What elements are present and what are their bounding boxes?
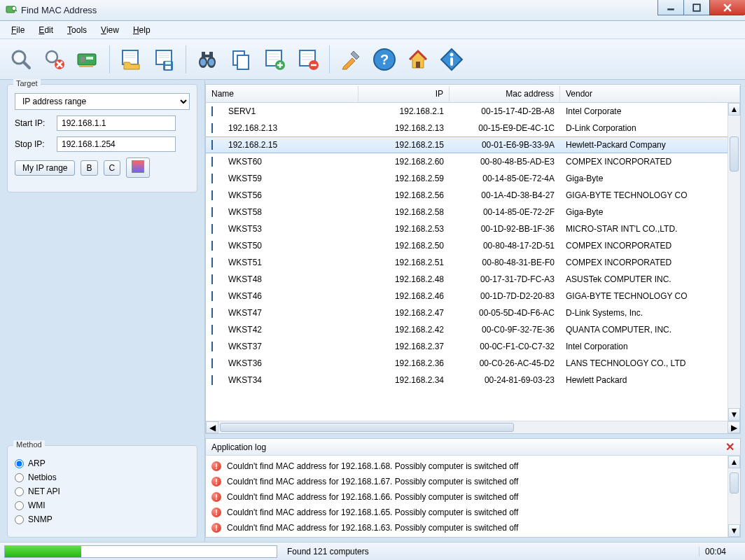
table-row[interactable]: WKST58 192.168.2.58 00-14-85-0E-72-2F Gi… [206,204,727,220]
scroll-up-icon[interactable]: ▲ [728,103,740,115]
stop-ip-input[interactable] [57,136,176,152]
computer-icon [211,308,224,318]
scroll-left-icon[interactable]: ◀ [206,421,218,433]
cell-vendor: COMPEX INCORPORATED [560,241,727,251]
cell-mac: 00-01-E6-9B-33-9A [450,140,560,150]
radio-arp[interactable] [15,459,24,468]
stop-ip-label: Stop IP: [15,139,53,149]
method-label: SNMP [28,514,53,524]
my-ip-range-button[interactable]: My IP range [15,160,75,176]
target-type-select[interactable]: IP address range [15,93,190,110]
cell-mac: 00-1D-7D-D2-20-83 [450,291,560,301]
settings-icon[interactable] [335,44,366,75]
method-option-netbios[interactable]: Netbios [15,472,190,482]
computer-icon [211,241,224,251]
cell-vendor: D-Link Corporation [560,123,727,133]
svg-line-2 [15,10,17,11]
help-icon[interactable]: ? [369,44,400,75]
radio-wmi[interactable] [15,501,24,510]
table-row[interactable]: WKST36 192.168.2.36 00-C0-26-AC-45-D2 LA… [206,355,727,372]
col-mac[interactable]: Mac address [450,86,560,102]
table-row[interactable]: WKST53 192.168.2.53 00-1D-92-BB-1F-36 MI… [206,220,727,237]
col-name[interactable]: Name [206,86,358,102]
scroll-right-icon[interactable]: ▶ [727,421,740,433]
menu-view[interactable]: View [95,23,125,37]
radio-netbios[interactable] [15,473,24,482]
menu-edit[interactable]: Edit [33,23,59,37]
menu-help[interactable]: Help [127,23,156,37]
home-icon[interactable] [403,44,433,75]
method-option-arp[interactable]: ARP [15,458,190,468]
network-card-icon[interactable] [73,44,104,75]
search-icon[interactable] [6,44,36,75]
table-body[interactable]: SERV1 192.168.2.1 00-15-17-4D-2B-A8 Inte… [206,103,727,421]
table-row[interactable]: WKST60 192.168.2.60 00-80-48-B5-AD-E3 CO… [206,153,727,170]
svg-line-8 [24,62,29,68]
start-ip-input[interactable] [57,115,176,131]
add-record-icon[interactable] [259,44,290,75]
table-row[interactable]: WKST50 192.168.2.50 00-80-48-17-2D-51 CO… [206,237,727,254]
table-row[interactable]: WKST37 192.168.2.37 00-0C-F1-C0-C7-32 In… [206,338,727,355]
close-button[interactable] [709,0,745,15]
table-row[interactable]: WKST48 192.168.2.48 00-17-31-7D-FC-A3 AS… [206,271,727,288]
cell-name: WKST34 [228,375,262,385]
info-icon[interactable] [436,44,467,75]
table-row[interactable]: WKST46 192.168.2.46 00-1D-7D-D2-20-83 GI… [206,288,727,304]
toolbar: ? [0,39,745,80]
computer-icon [211,140,224,150]
table-row[interactable]: WKST42 192.168.2.42 00-C0-9F-32-7E-36 QU… [206,321,727,338]
vertical-scrollbar[interactable]: ▲ ▼ [727,103,740,421]
cell-name: WKST58 [228,207,262,217]
table-row[interactable]: WKST47 192.168.2.47 00-05-5D-4D-F6-AC D-… [206,304,727,321]
method-option-snmp[interactable]: SNMP [15,514,190,524]
table-row[interactable]: 192.168.2.13 192.168.2.13 00-15-E9-DE-4C… [206,120,727,136]
table-row[interactable]: WKST34 192.168.2.34 00-24-81-69-03-23 He… [206,372,727,388]
log-scrollbar[interactable]: ▲ ▼ [727,456,740,537]
remove-record-icon[interactable] [293,44,323,75]
col-ip[interactable]: IP [358,86,450,102]
class-c-button[interactable]: C [104,160,121,176]
horizontal-scrollbar[interactable]: ◀ ▶ [206,421,740,433]
open-report-icon[interactable] [116,44,146,75]
copy-icon[interactable] [225,44,256,75]
left-panel: Target IP address range Start IP: Stop I… [0,80,204,542]
col-vendor[interactable]: Vendor [560,86,740,102]
content: Target IP address range Start IP: Stop I… [0,80,745,542]
cell-vendor: Intel Corporate [560,106,727,116]
cell-vendor: Hewlett-Packard Company [560,140,727,150]
log-scroll-up-icon[interactable]: ▲ [728,456,740,468]
method-option-net-api[interactable]: NET API [15,486,190,496]
save-report-icon[interactable] [149,44,180,75]
log-line: !Couldn't find MAC address for 192.168.1… [211,474,722,489]
method-option-wmi[interactable]: WMI [15,500,190,510]
log-close-icon[interactable]: ✕ [725,440,734,454]
hscroll-thumb[interactable] [220,423,514,432]
log-scroll-down-icon[interactable]: ▼ [728,524,740,537]
error-icon: ! [211,477,221,486]
maximize-button[interactable] [683,0,710,15]
cell-mac: 00-14-85-0E-72-2F [450,207,560,217]
table-row[interactable]: WKST56 192.168.2.56 00-1A-4D-38-B4-27 GI… [206,187,727,204]
log-message: Couldn't find MAC address for 192.168.1.… [227,461,518,471]
scroll-thumb[interactable] [730,136,739,172]
scroll-down-icon[interactable]: ▼ [728,408,740,421]
log-scroll-thumb[interactable] [730,472,739,493]
cell-ip: 192.168.2.58 [358,207,450,217]
table-row[interactable]: WKST59 192.168.2.59 00-14-85-0E-72-4A Gi… [206,170,727,187]
table-row[interactable]: 192.168.2.15 192.168.2.15 00-01-E6-9B-33… [206,136,727,153]
table-header: Name IP Mac address Vendor [206,85,740,103]
table-row[interactable]: WKST51 192.168.2.51 00-80-48-31-BE-F0 CO… [206,254,727,271]
table-row[interactable]: SERV1 192.168.2.1 00-15-17-4D-2B-A8 Inte… [206,103,727,120]
menu-tools[interactable]: Tools [62,23,92,37]
class-b-button[interactable]: B [81,160,97,176]
cell-mac: 00-80-48-17-2D-51 [450,241,560,251]
search-cancel-icon[interactable] [39,44,70,75]
radio-net api[interactable] [15,487,24,496]
color-picker-button[interactable] [126,158,150,178]
menu-file[interactable]: File [6,23,30,37]
computer-icon [211,106,224,116]
minimize-button[interactable] [657,0,684,15]
radio-snmp[interactable] [15,515,24,524]
binoculars-icon[interactable] [192,44,223,75]
svg-rect-16 [86,57,93,59]
